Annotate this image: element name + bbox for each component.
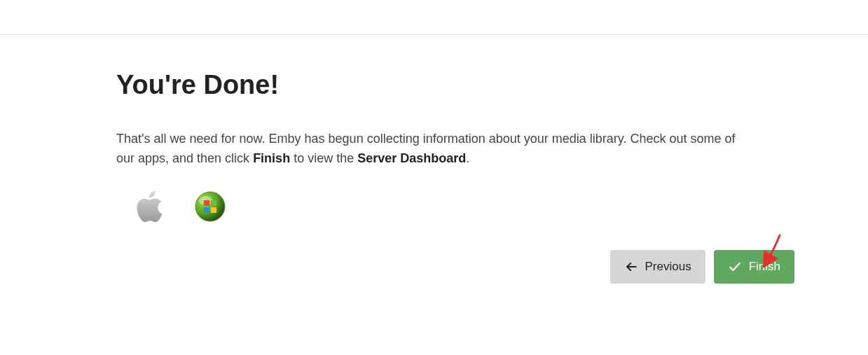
finish-button[interactable]: Finish [714, 250, 794, 284]
desc-bold-dashboard: Server Dashboard [357, 151, 466, 165]
desc-text-2: to view the [290, 151, 357, 165]
wizard-button-row: Previous Finish [116, 250, 794, 284]
app-icons-row [116, 191, 752, 222]
wizard-content: You're Done! That's all we need for now.… [0, 35, 868, 284]
page-title: You're Done! [116, 70, 752, 100]
desc-text-3: . [466, 151, 469, 165]
apple-app-link[interactable] [133, 191, 164, 222]
check-icon [728, 260, 742, 274]
finish-button-label: Finish [749, 260, 780, 274]
header-bar [0, 0, 868, 35]
desc-bold-finish: Finish [253, 151, 290, 165]
page-description: That's all we need for now. Emby has beg… [116, 130, 752, 169]
arrow-left-icon [624, 260, 638, 274]
previous-button-label: Previous [645, 260, 691, 274]
apple-icon [135, 190, 163, 223]
windows-media-center-link[interactable] [195, 191, 226, 222]
previous-button[interactable]: Previous [610, 250, 705, 284]
windows-media-center-icon [195, 191, 226, 222]
svg-point-0 [195, 192, 225, 221]
